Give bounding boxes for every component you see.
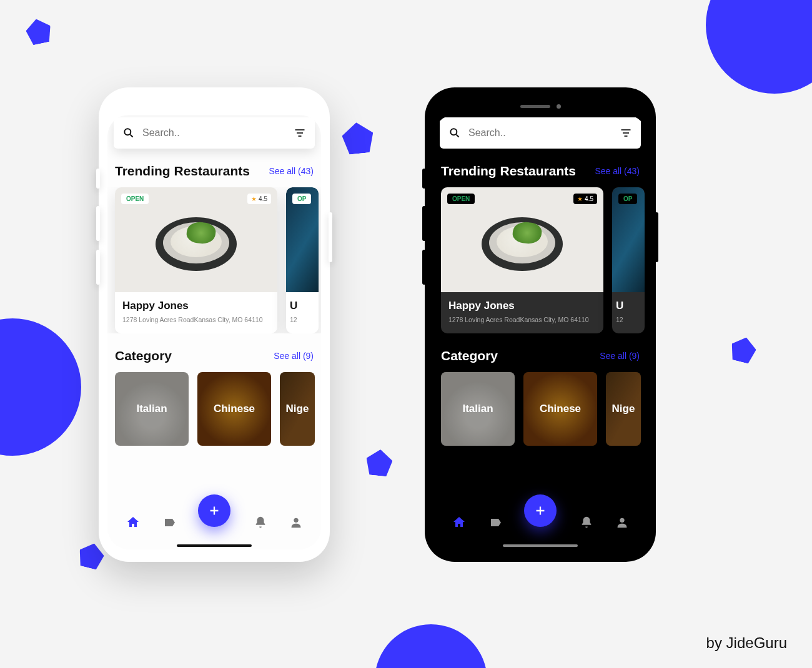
star-icon: ★ <box>251 195 257 202</box>
rating-badge: ★ 4.5 <box>573 194 597 204</box>
hw-button <box>422 250 426 285</box>
restaurant-image: OPEN ★ 4.5 <box>115 187 277 292</box>
rating-value: 4.5 <box>259 195 267 202</box>
see-all-trending[interactable]: See all (43) <box>595 166 640 176</box>
hw-button <box>422 169 426 189</box>
home-indicator <box>503 544 578 547</box>
svg-point-0 <box>124 129 131 135</box>
home-icon[interactable] <box>452 515 467 530</box>
decor-circle <box>375 624 487 668</box>
byline: by JideGuru <box>706 634 787 652</box>
category-card[interactable]: Chinese <box>523 372 597 446</box>
restaurant-card[interactable]: OPEN ★ 4.5 Happy Jones 1278 Loving Acres… <box>441 187 603 333</box>
restaurant-name: U <box>290 300 315 312</box>
see-all-category[interactable]: See all (9) <box>600 351 640 361</box>
filter-icon[interactable] <box>294 127 306 139</box>
category-label: Nige <box>612 403 635 415</box>
home-icon[interactable] <box>126 515 141 530</box>
tag-icon[interactable] <box>488 515 503 530</box>
hw-button <box>96 250 100 285</box>
search-icon <box>122 127 135 139</box>
see-all-category[interactable]: See all (9) <box>274 351 314 361</box>
restaurant-address: 12 <box>616 316 641 323</box>
svg-point-13 <box>620 518 624 523</box>
svg-rect-10 <box>621 129 631 130</box>
search-icon <box>448 127 461 139</box>
restaurant-card[interactable]: OP U 12 <box>612 187 645 333</box>
decor-circle <box>0 318 81 456</box>
restaurant-image: OP <box>286 187 319 292</box>
restaurant-card[interactable]: OPEN ★ 4.5 Happy Jones 1278 Loving Acres… <box>115 187 277 333</box>
tag-icon[interactable] <box>162 515 177 530</box>
decor-polygon <box>365 448 394 477</box>
filter-icon[interactable] <box>620 127 632 139</box>
status-badge: OP <box>618 194 637 204</box>
restaurant-name: Happy Jones <box>448 300 596 312</box>
restaurant-image: OPEN ★ 4.5 <box>441 187 603 292</box>
svg-point-5 <box>294 518 298 523</box>
bell-icon[interactable] <box>580 516 593 529</box>
section-title-trending: Trending Restaurants <box>441 164 576 179</box>
rating-value: 4.5 <box>585 195 593 202</box>
rating-badge: ★ 4.5 <box>247 194 271 204</box>
decor-polygon <box>341 121 375 155</box>
category-card[interactable]: Nige <box>606 372 641 446</box>
category-label: Chinese <box>540 403 581 415</box>
add-button[interactable] <box>198 494 230 527</box>
search-bar[interactable] <box>440 117 641 149</box>
restaurant-name: U <box>616 300 641 312</box>
decor-circle <box>706 0 812 94</box>
phone-light: Trending Restaurants See all (43) OPEN ★… <box>99 87 330 562</box>
status-badge: OPEN <box>121 194 149 204</box>
category-card[interactable]: Italian <box>441 372 515 446</box>
restaurant-address: 12 <box>290 316 315 323</box>
category-card[interactable]: Italian <box>115 372 189 446</box>
decor-polygon <box>728 335 758 365</box>
add-button[interactable] <box>524 494 557 527</box>
search-input[interactable] <box>142 127 286 139</box>
status-badge: OP <box>292 194 311 204</box>
status-badge: OPEN <box>447 194 475 204</box>
restaurant-address: 1278 Loving Acres RoadKansas City, MO 64… <box>448 316 596 323</box>
restaurant-address: 1278 Loving Acres RoadKansas City, MO 64… <box>122 316 270 323</box>
hw-button <box>655 212 658 262</box>
category-card[interactable]: Chinese <box>197 372 271 446</box>
category-label: Italian <box>462 403 493 415</box>
category-card[interactable]: Nige <box>280 372 315 446</box>
svg-line-9 <box>457 135 459 137</box>
svg-line-1 <box>131 135 133 137</box>
restaurant-name: Happy Jones <box>122 300 270 312</box>
hw-button <box>96 169 100 189</box>
category-label: Chinese <box>214 403 255 415</box>
svg-rect-12 <box>625 135 628 137</box>
svg-rect-11 <box>623 132 629 134</box>
svg-point-8 <box>450 129 457 135</box>
category-label: Nige <box>286 403 309 415</box>
hw-button <box>329 212 332 262</box>
phone-dark: Trending Restaurants See all (43) OPEN ★… <box>425 87 656 562</box>
section-title-category: Category <box>441 348 498 363</box>
hw-button <box>422 206 426 241</box>
decor-polygon <box>24 16 53 46</box>
bell-icon[interactable] <box>254 516 267 529</box>
svg-rect-4 <box>299 135 302 137</box>
star-icon: ★ <box>577 195 583 202</box>
notch <box>433 97 647 115</box>
hw-button <box>96 206 100 241</box>
home-indicator <box>177 544 252 547</box>
restaurant-image: OP <box>612 187 645 292</box>
search-input[interactable] <box>468 127 612 139</box>
restaurant-card[interactable]: OP U 12 <box>286 187 319 333</box>
person-icon[interactable] <box>615 516 629 529</box>
svg-rect-3 <box>297 132 303 134</box>
see-all-trending[interactable]: See all (43) <box>269 166 314 176</box>
category-label: Italian <box>136 403 167 415</box>
svg-rect-2 <box>295 129 305 130</box>
search-bar[interactable] <box>114 117 315 149</box>
person-icon[interactable] <box>289 516 303 529</box>
section-title-category: Category <box>115 348 172 363</box>
section-title-trending: Trending Restaurants <box>115 164 250 179</box>
